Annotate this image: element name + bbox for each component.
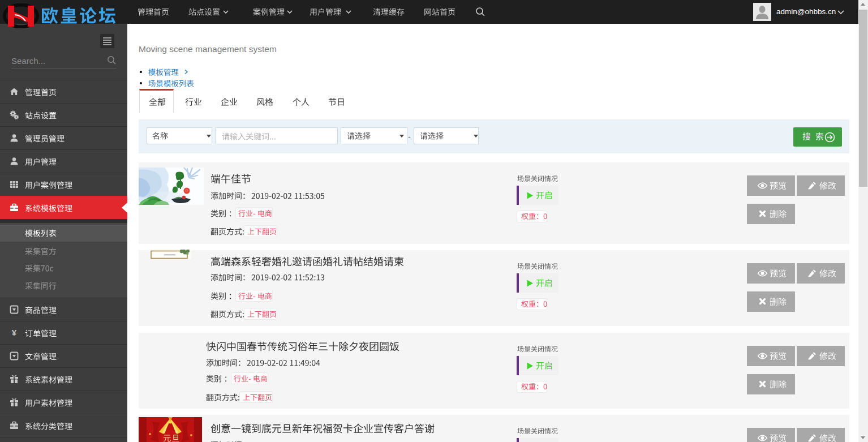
svg-text:¥: ¥: [12, 328, 17, 337]
